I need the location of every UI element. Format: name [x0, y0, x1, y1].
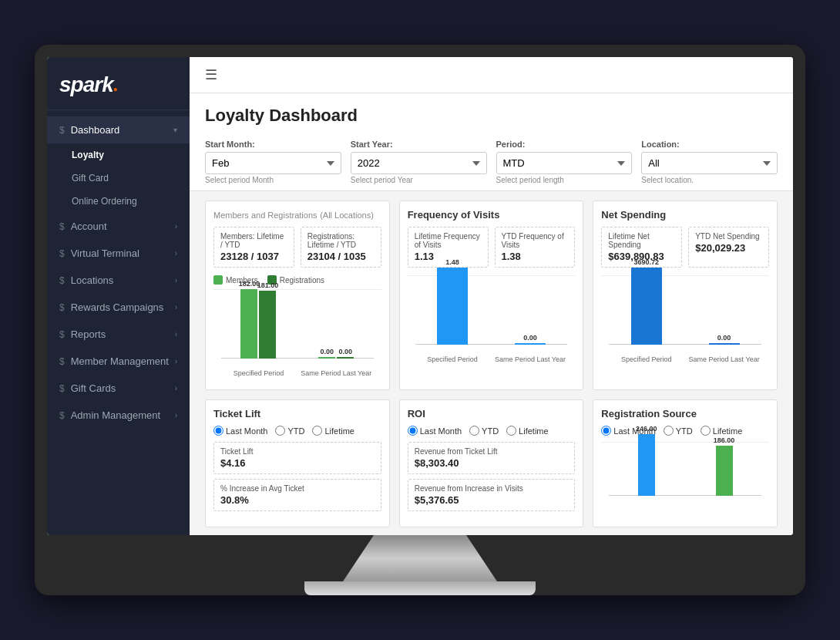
hamburger-menu-icon[interactable]: ☰	[205, 66, 217, 83]
sidebar-item-member-management[interactable]: $ Member Management ›	[47, 348, 190, 375]
sidebar: spark● $ Dashboard ▾ Loyalty Gift Card O…	[47, 57, 190, 535]
chevron-right-icon: ›	[175, 357, 177, 365]
ticket-lift-last-month-radio[interactable]: Last Month	[213, 426, 267, 436]
net-spending-bar-same: 0.00	[709, 334, 740, 345]
chevron-right-icon: ›	[175, 384, 177, 392]
chevron-right-icon: ›	[175, 249, 177, 258]
dashboard-body: Members and Registrations (All Locations…	[190, 191, 793, 535]
ticket-lift-ytd-radio[interactable]: YTD	[275, 426, 304, 436]
dollar-icon: $	[59, 125, 65, 136]
frequency-specified-label: Specified Period	[415, 355, 490, 363]
chevron-right-icon: ›	[175, 303, 177, 312]
sidebar-label-gift-card: Gift Card	[72, 173, 109, 184]
filter-start-year: Start Year: 2022 Select period Year	[351, 140, 487, 184]
filter-period: Period: MTD Select period length	[496, 140, 633, 184]
same-period-label: Same Period Last Year	[299, 369, 374, 377]
registration-source-card: Registration Source Last Month YTD Lifet…	[593, 399, 778, 527]
sidebar-item-admin-management[interactable]: $ Admin Management ›	[47, 402, 190, 429]
sidebar-label-reports: Reports	[71, 328, 106, 340]
app-title: spark●	[59, 72, 177, 97]
net-spending-card-title: Net Spending	[601, 209, 769, 221]
registrations-bar-fill-same	[337, 357, 354, 359]
sidebar-item-rewards-campaigns[interactable]: $ Rewards Campaigns ›	[47, 294, 190, 321]
sidebar-item-account[interactable]: $ Account ›	[47, 213, 190, 240]
sidebar-label-loyalty: Loyalty	[72, 150, 104, 160]
top-bar: ☰	[190, 57, 793, 93]
filter-period-select[interactable]: MTD	[496, 152, 633, 174]
sidebar-label-account: Account	[71, 221, 107, 232]
members-bar-fill	[240, 289, 257, 359]
frequency-bar-same: 0.00	[515, 334, 546, 345]
sidebar-label-virtual-terminal: Virtual Terminal	[71, 248, 139, 259]
ticket-lift-metrics: Ticket Lift $4.16 % Increase in Avg Tick…	[213, 442, 381, 511]
dollar-icon: $	[59, 248, 65, 259]
members-card-title: Members and Registrations (All Locations…	[213, 209, 381, 221]
specified-period-label: Specified Period	[221, 369, 296, 377]
registrations-bar-same: 0.00	[337, 348, 354, 359]
registration-source-title: Registration Source	[601, 408, 769, 419]
members-lifetime-ytd-box: Members: Lifetime / YTD 23128 / 1037	[213, 227, 294, 268]
filter-period-label: Period:	[496, 140, 633, 149]
filter-start-month-select[interactable]: Feb	[205, 152, 341, 174]
roi-lifetime-radio[interactable]: Lifetime	[506, 426, 549, 436]
sidebar-item-loyalty[interactable]: Loyalty	[47, 143, 190, 167]
frequency-same: 0.00 Same Period Last Year	[493, 334, 568, 345]
monitor-stand	[343, 535, 497, 581]
sidebar-label-member-management: Member Management	[71, 355, 169, 367]
filters-row: Start Month: Feb Select period Month Sta…	[190, 132, 793, 191]
net-spending-card: Net Spending Lifetime Net Spending $639,…	[593, 200, 778, 390]
members-bar-specified: 182.00	[240, 280, 257, 359]
registration-source-chart: 246.00 186.00	[601, 442, 769, 519]
reg-source-lifetime-radio[interactable]: Lifetime	[701, 426, 743, 436]
sidebar-item-gift-card[interactable]: Gift Card	[47, 167, 190, 190]
monitor-base	[304, 581, 536, 595]
roi-last-month-radio[interactable]: Last Month	[408, 426, 462, 436]
sidebar-item-locations[interactable]: $ Locations ›	[47, 267, 190, 294]
filter-start-year-label: Start Year:	[351, 140, 487, 149]
roi-title: ROI	[408, 408, 576, 419]
dollar-icon: $	[59, 329, 65, 340]
roi-radio-row: Last Month YTD Lifetime	[408, 426, 576, 436]
reg-source-bar2-fill: 186.00	[716, 436, 733, 496]
reg-source-bar2: 186.00	[687, 436, 761, 496]
dollar-icon: $	[59, 275, 65, 286]
registrations-bar-fill	[259, 291, 276, 359]
net-spending-specified: 3690.72 Specified Period	[609, 258, 684, 345]
dollar-icon: $	[59, 221, 65, 232]
sidebar-item-reports[interactable]: $ Reports ›	[47, 321, 190, 348]
frequency-specified: 1.48 Specified Period	[415, 258, 490, 345]
sidebar-label-dashboard: Dashboard	[71, 124, 120, 136]
sidebar-item-online-ordering[interactable]: Online Ordering	[47, 190, 190, 213]
filter-start-year-select[interactable]: 2022	[351, 152, 487, 174]
filter-period-hint: Select period length	[496, 176, 633, 184]
roi-ytd-radio[interactable]: YTD	[469, 426, 499, 436]
filter-start-year-hint: Select period Year	[351, 176, 487, 184]
ticket-lift-lifetime-radio[interactable]: Lifetime	[312, 426, 354, 436]
members-registrations-card: Members and Registrations (All Locations…	[205, 200, 390, 390]
sidebar-item-virtual-terminal[interactable]: $ Virtual Terminal ›	[47, 240, 190, 267]
roi-card: ROI Last Month YTD Lifetime	[399, 399, 584, 527]
frequency-bar-specified: 1.48	[437, 258, 468, 345]
filter-start-month-label: Start Month:	[205, 140, 341, 149]
members-bar-fill-same	[318, 357, 335, 359]
members-specified-period: 182.00 181.00 Specified Period	[221, 280, 296, 359]
dollar-icon: $	[59, 302, 65, 313]
sidebar-item-gift-cards[interactable]: $ Gift Cards ›	[47, 375, 190, 402]
filter-start-month: Start Month: Feb Select period Month	[205, 140, 341, 184]
filter-location-select[interactable]: All	[641, 152, 778, 174]
ticket-lift-title: Ticket Lift	[213, 408, 381, 419]
frequency-chart: 1.48 Specified Period 0.00	[408, 275, 576, 368]
ytd-net-spending-box: YTD Net Spending $20,029.23	[688, 227, 769, 268]
frequency-card: Frequency of Visits Lifetime Frequency o…	[399, 200, 584, 390]
frequency-bar-fill-same	[515, 343, 546, 345]
bottom-cards-row: Ticket Lift Last Month YTD Lifetime	[205, 399, 778, 527]
frequency-bar-fill	[437, 268, 468, 345]
frequency-card-title: Frequency of Visits	[408, 209, 576, 221]
registrations-lifetime-ytd-box: Registrations: Lifetime / YTD 23104 / 10…	[301, 227, 381, 268]
logo-accent: ●	[113, 85, 117, 93]
sidebar-item-dashboard[interactable]: $ Dashboard ▾	[47, 116, 190, 143]
members-chart: 182.00 181.00 Specified Period	[213, 289, 381, 382]
net-spending-chart: 3690.72 Specified Period 0.00	[601, 275, 769, 368]
net-spending-same: 0.00 Same Period Last Year	[687, 334, 761, 345]
filter-start-month-hint: Select period Month	[205, 176, 341, 184]
